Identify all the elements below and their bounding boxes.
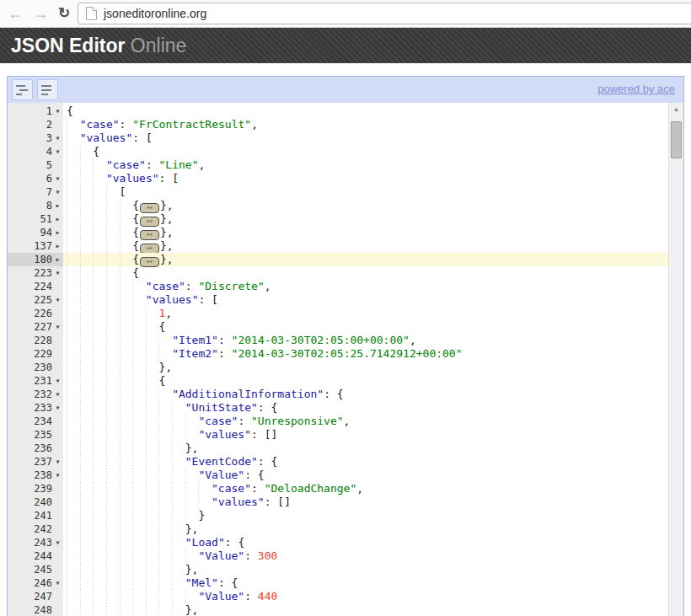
editor-row[interactable]: 238▾"Value": {	[8, 469, 683, 482]
gutter-cell[interactable]: 227▾	[8, 320, 63, 334]
gutter-cell[interactable]: 226	[8, 307, 63, 320]
editor-row[interactable]: 8▸{↔},	[8, 199, 683, 212]
vertical-scrollbar[interactable]: ▲	[668, 103, 683, 616]
format-button[interactable]	[12, 79, 33, 100]
gutter-cell[interactable]: 230	[8, 361, 63, 374]
gutter-cell[interactable]: 244	[8, 549, 63, 563]
gutter-cell[interactable]: 51▸	[8, 212, 63, 226]
gutter-cell[interactable]: 233▾	[8, 401, 63, 415]
gutter-cell[interactable]: 3▾	[8, 131, 63, 145]
scrollbar-up-icon[interactable]: ▲	[669, 103, 683, 116]
editor-row[interactable]: 248},	[8, 603, 683, 616]
editor-row[interactable]: 225▾"values": [	[8, 293, 683, 307]
fold-open-icon[interactable]: ▾	[53, 401, 62, 415]
address-bar[interactable]: jsoneditoronline.org	[78, 3, 691, 24]
gutter-cell[interactable]: 237▾	[8, 455, 63, 469]
editor-row[interactable]: 229"Item2": "2014-03-30T02:05:25.7142912…	[8, 347, 683, 361]
gutter-cell[interactable]: 240	[8, 495, 63, 509]
editor-row[interactable]: 4▾{	[8, 145, 683, 158]
editor-row[interactable]: 247"Value": 440	[8, 590, 683, 603]
editor-row[interactable]: 244"Value": 300	[8, 549, 683, 563]
gutter-cell[interactable]: 224	[8, 280, 63, 293]
editor-row[interactable]: 3▾"values": [	[8, 131, 683, 145]
editor-row[interactable]: 242},	[8, 522, 683, 536]
editor-row[interactable]: 5"case": "Line",	[8, 158, 683, 172]
gutter-cell[interactable]: 1▾	[8, 104, 63, 118]
editor-row[interactable]: 2"case": "FrContractResult",	[8, 118, 683, 131]
editor-row[interactable]: 7▾[	[8, 185, 683, 199]
gutter-cell[interactable]: 236	[8, 442, 63, 455]
fold-open-icon[interactable]: ▾	[53, 104, 62, 118]
gutter-cell[interactable]: 225▾	[8, 293, 63, 307]
fold-open-icon[interactable]: ▾	[53, 293, 62, 307]
editor-row[interactable]: 245},	[8, 563, 683, 576]
fold-open-icon[interactable]: ▾	[53, 185, 62, 199]
gutter-cell[interactable]: 7▾	[8, 185, 63, 199]
fold-closed-icon[interactable]: ▸	[53, 239, 62, 253]
fold-open-icon[interactable]: ▾	[53, 388, 62, 401]
editor-row[interactable]: 2261,	[8, 307, 683, 320]
fold-open-icon[interactable]: ▾	[53, 145, 62, 158]
scrollbar-thumb[interactable]	[671, 121, 682, 158]
fold-open-icon[interactable]: ▾	[53, 172, 62, 185]
editor-row[interactable]: 240"values": []	[8, 495, 683, 509]
editor-row[interactable]: 224"case": "Discrete",	[8, 280, 683, 293]
editor-row[interactable]: 230},	[8, 361, 683, 374]
editor-row[interactable]: 241}	[8, 509, 683, 522]
gutter-cell[interactable]: 137▸	[8, 239, 63, 253]
gutter-cell[interactable]: 242	[8, 522, 63, 536]
editor-row[interactable]: 137▸{↔},	[8, 239, 683, 253]
forward-icon[interactable]: →	[30, 3, 51, 24]
editor-row[interactable]: 51▸{↔},	[8, 212, 683, 226]
fold-closed-icon[interactable]: ▸	[53, 199, 62, 212]
editor-row[interactable]: 232▾"AdditionalInformation": {	[8, 388, 683, 401]
fold-closed-icon[interactable]: ▸	[53, 212, 62, 226]
gutter-cell[interactable]: 247	[8, 590, 63, 603]
compact-button[interactable]	[37, 79, 58, 100]
gutter-cell[interactable]: 231▾	[8, 374, 63, 388]
fold-open-icon[interactable]: ▾	[53, 469, 62, 482]
code-editor[interactable]: 1▾{2"case": "FrContractResult",3▾"values…	[8, 103, 683, 616]
gutter-cell[interactable]: 234	[8, 415, 63, 428]
editor-row[interactable]: 243▾"Load": {	[8, 536, 683, 549]
editor-row[interactable]: 233▾"UnitState": {	[8, 401, 683, 415]
editor-row[interactable]: 231▾{	[8, 374, 683, 388]
gutter-cell[interactable]: 238▾	[8, 469, 63, 482]
gutter-cell[interactable]: 223▾	[8, 266, 63, 280]
gutter-cell[interactable]: 2	[8, 118, 63, 131]
gutter-cell[interactable]: 94▸	[8, 226, 63, 239]
gutter-cell[interactable]: 229	[8, 347, 63, 361]
gutter-cell[interactable]: 180▸	[8, 253, 63, 266]
editor-row[interactable]: 180▸{↔},	[8, 253, 683, 266]
fold-open-icon[interactable]: ▾	[53, 455, 62, 469]
editor-row[interactable]: 94▸{↔},	[8, 226, 683, 239]
fold-closed-icon[interactable]: ▸	[53, 253, 62, 266]
fold-open-icon[interactable]: ▾	[53, 536, 62, 549]
gutter-cell[interactable]: 248	[8, 603, 63, 616]
fold-open-icon[interactable]: ▾	[53, 374, 62, 388]
gutter-cell[interactable]: 8▸	[8, 199, 63, 212]
editor-row[interactable]: 227▾{	[8, 320, 683, 334]
gutter-cell[interactable]: 5	[8, 158, 63, 172]
gutter-cell[interactable]: 243▾	[8, 536, 63, 549]
gutter-cell[interactable]: 241	[8, 509, 63, 522]
fold-open-icon[interactable]: ▾	[53, 131, 62, 145]
gutter-cell[interactable]: 246▾	[8, 576, 63, 590]
fold-closed-icon[interactable]: ▸	[53, 226, 62, 239]
gutter-cell[interactable]: 245	[8, 563, 63, 576]
editor-row[interactable]: 236},	[8, 442, 683, 455]
gutter-cell[interactable]: 235	[8, 428, 63, 442]
fold-open-icon[interactable]: ▾	[53, 576, 62, 590]
editor-row[interactable]: 237▾"EventCode": {	[8, 455, 683, 469]
gutter-cell[interactable]: 6▾	[8, 172, 63, 185]
editor-row[interactable]: 6▾"values": [	[8, 172, 683, 185]
editor-row[interactable]: 239"case": "DeloadChange",	[8, 482, 683, 495]
editor-row[interactable]: 223▾{	[8, 266, 683, 280]
gutter-cell[interactable]: 228	[8, 334, 63, 347]
back-icon[interactable]: ←	[5, 3, 25, 24]
fold-open-icon[interactable]: ▾	[53, 320, 62, 334]
editor-row[interactable]: 228"Item1": "2014-03-30T02:05:00+00:00",	[8, 334, 683, 347]
refresh-icon[interactable]: ↻	[54, 3, 74, 24]
editor-row[interactable]: 246▾"Mel": {	[8, 576, 683, 590]
editor-row[interactable]: 235"values": []	[8, 428, 683, 442]
